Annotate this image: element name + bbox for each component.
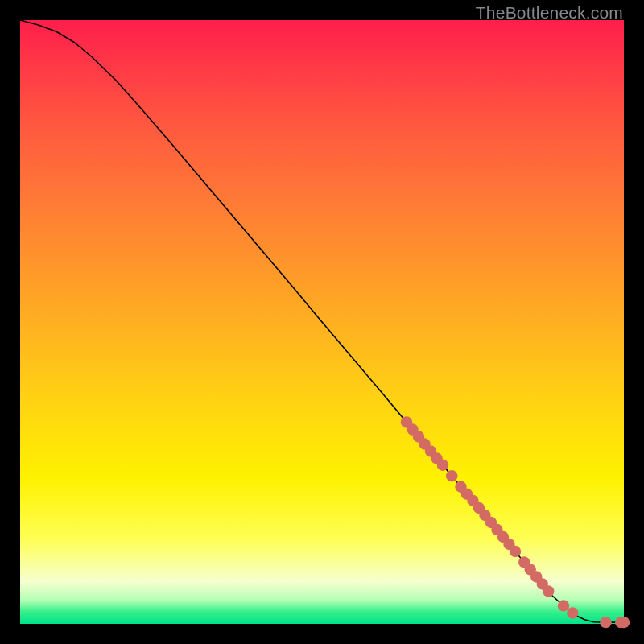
data-marker (567, 607, 578, 618)
chart-overlay (20, 20, 624, 624)
data-marker (510, 546, 521, 557)
data-markers (401, 416, 630, 628)
data-marker (600, 617, 611, 628)
chart-stage: TheBottleneck.com (0, 0, 644, 644)
data-marker (543, 585, 554, 597)
data-marker (446, 470, 457, 481)
data-marker (437, 460, 448, 471)
data-marker (558, 600, 569, 611)
bottleneck-curve (20, 20, 624, 622)
data-marker (618, 617, 630, 628)
